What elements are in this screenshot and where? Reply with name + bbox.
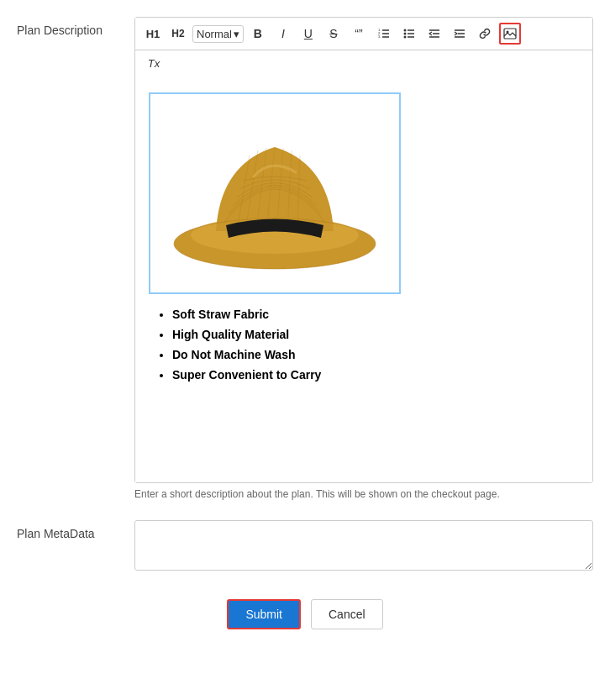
ordered-list-button[interactable]: 1. 2. 3. — [373, 23, 395, 45]
cancel-button[interactable]: Cancel — [311, 599, 383, 629]
svg-point-8 — [403, 36, 406, 39]
clear-format-label: Tx — [148, 57, 160, 70]
hat-image — [166, 113, 384, 273]
image-button[interactable] — [499, 23, 521, 45]
list-item: Do Not Machine Wash — [172, 348, 579, 361]
submit-button[interactable]: Submit — [227, 599, 301, 629]
h1-button[interactable]: H1 — [142, 23, 164, 45]
list-item: High Quality Material — [172, 328, 579, 341]
form-buttons: Submit Cancel — [17, 599, 593, 629]
metadata-field-wrapper — [134, 520, 593, 574]
metadata-input[interactable] — [134, 520, 593, 571]
svg-point-7 — [403, 33, 406, 35]
list-item: Super Convenient to Carry — [172, 368, 579, 382]
h2-button[interactable]: H2 — [167, 23, 189, 45]
chevron-down-icon: ▾ — [234, 28, 239, 40]
plan-metadata-row: Plan MetaData — [17, 520, 593, 574]
paragraph-style-select[interactable]: Normal ▾ — [192, 25, 244, 43]
indent-left-button[interactable] — [423, 23, 445, 45]
strikethrough-button[interactable]: S — [323, 23, 344, 45]
helper-text: Enter a short description about the plan… — [134, 488, 593, 500]
svg-point-6 — [403, 29, 406, 32]
plan-metadata-label: Plan MetaData — [17, 520, 134, 540]
bold-button[interactable]: B — [247, 23, 269, 45]
plan-description-row: Plan Description H1 H2 Normal ▾ B I U S … — [17, 17, 593, 500]
editor-wrapper: H1 H2 Normal ▾ B I U S “” — [134, 17, 593, 483]
svg-rect-18 — [504, 29, 516, 39]
italic-button[interactable]: I — [272, 23, 294, 45]
toolbar-row2: Tx — [135, 50, 592, 79]
feature-list: Soft Straw Fabric High Quality Material … — [149, 308, 579, 382]
svg-text:3.: 3. — [378, 34, 381, 39]
unordered-list-button[interactable] — [398, 23, 420, 45]
clear-format-button[interactable]: Tx — [142, 52, 166, 74]
paragraph-style-label: Normal — [197, 28, 232, 40]
quote-button[interactable]: “” — [348, 23, 370, 45]
toolbar-row1: H1 H2 Normal ▾ B I U S “” — [135, 18, 592, 50]
indent-right-button[interactable] — [449, 23, 471, 45]
editor-content[interactable]: Soft Straw Fabric High Quality Material … — [135, 79, 592, 482]
list-item: Soft Straw Fabric — [172, 308, 579, 321]
hat-image-container — [149, 92, 401, 294]
underline-button[interactable]: U — [297, 23, 319, 45]
link-button[interactable] — [474, 23, 496, 45]
plan-description-label: Plan Description — [17, 17, 134, 37]
rich-text-editor: H1 H2 Normal ▾ B I U S “” — [134, 17, 593, 500]
